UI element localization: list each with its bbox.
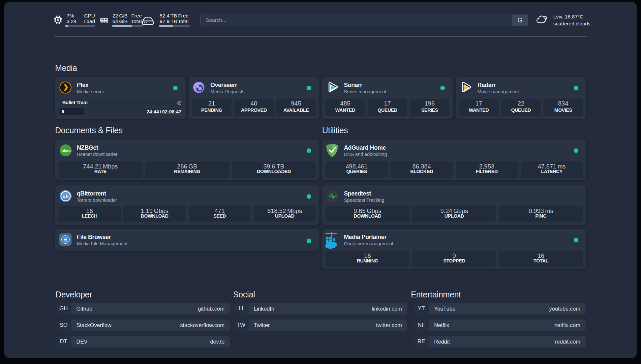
- svg-text:qb: qb: [63, 194, 69, 199]
- svg-text:nzbget: nzbget: [61, 149, 71, 152]
